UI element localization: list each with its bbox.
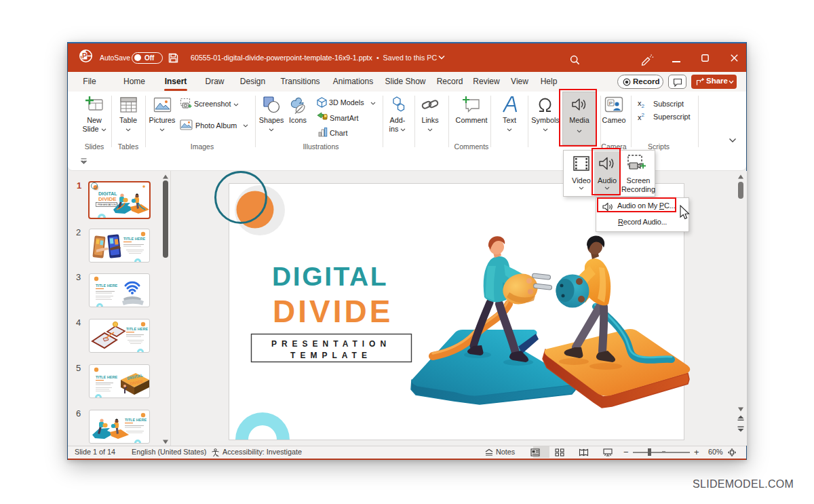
svg-text:TITLE HERE: TITLE HERE bbox=[96, 375, 117, 379]
svg-text:DIGITAL: DIGITAL bbox=[98, 191, 117, 196]
svg-text:TITLE HERE: TITLE HERE bbox=[123, 237, 145, 241]
svg-text:TEMPLATE: TEMPLATE bbox=[290, 351, 372, 360]
svg-text:TITLE HERE: TITLE HERE bbox=[96, 284, 117, 288]
svg-text:PRESENTATION: PRESENTATION bbox=[271, 339, 391, 349]
svg-text:P: P bbox=[82, 52, 87, 60]
svg-text:TITLE HERE: TITLE HERE bbox=[126, 327, 148, 331]
svg-text:TITLE HERE: TITLE HERE bbox=[125, 418, 147, 422]
svg-text:DIVIDE: DIVIDE bbox=[98, 196, 117, 202]
svg-text:DIVIDE: DIVIDE bbox=[273, 294, 393, 329]
svg-text:PRESENTATION T.: PRESENTATION T. bbox=[98, 203, 119, 206]
svg-text:P: P bbox=[609, 100, 613, 106]
svg-text:DIGITAL: DIGITAL bbox=[272, 262, 388, 291]
